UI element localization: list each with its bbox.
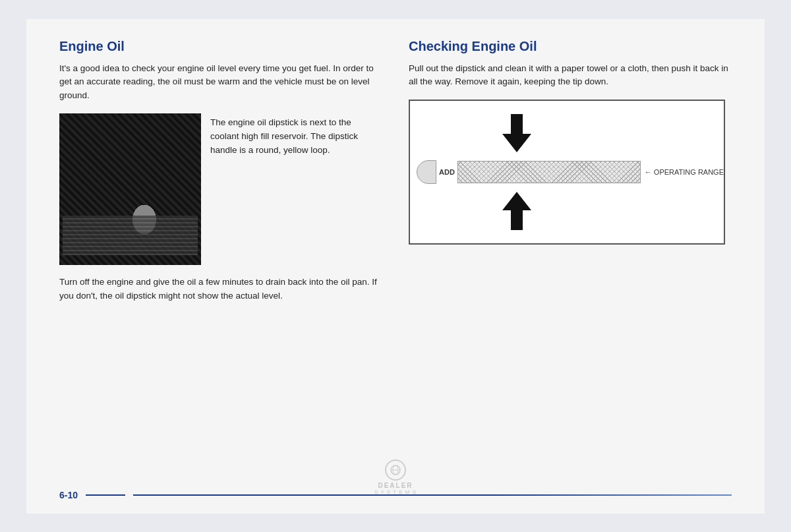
page: Engine Oil It's a good idea to check you… <box>26 19 765 514</box>
dipstick-rod-area: ADD ← OPERATING RANGE <box>410 160 724 184</box>
footer-line-left <box>86 494 125 496</box>
dipstick-caption: The engine oil dipstick is next to the c… <box>210 113 382 265</box>
watermark-circle <box>385 459 406 481</box>
content-area: Engine Oil It's a good idea to check you… <box>59 39 732 483</box>
dipstick-diagram: ADD ← OPERATING RANGE <box>409 100 725 245</box>
arrow-down <box>502 114 531 152</box>
arrow-down-shaft <box>511 114 523 134</box>
watermark-subtext: S Y S T E M S <box>374 489 417 495</box>
checking-engine-oil-title: Checking Engine Oil <box>409 39 732 54</box>
engine-oil-title: Engine Oil <box>59 39 382 54</box>
arrow-up-shaft <box>511 210 523 230</box>
dipstick-tip <box>417 160 436 184</box>
engine-oil-image <box>59 113 201 265</box>
engine-oil-intro: It's a good idea to check your engine oi… <box>59 62 382 103</box>
watermark: DEALER S Y S T E M S <box>374 459 417 495</box>
add-label: ADD <box>436 168 457 176</box>
engine-image-inner <box>59 113 201 265</box>
left-column: Engine Oil It's a good idea to check you… <box>59 39 382 483</box>
watermark-text: DEALER <box>378 482 413 489</box>
dipstick-crosshatch <box>457 161 641 183</box>
footer-line-right <box>133 494 732 496</box>
engine-oil-bottom-text: Turn off the engine and give the oil a f… <box>59 276 382 303</box>
watermark-icon <box>390 464 401 476</box>
image-caption-block: The engine oil dipstick is next to the c… <box>59 113 382 265</box>
operating-range-label: ← OPERATING RANGE <box>641 168 724 176</box>
arrow-up-head <box>502 192 531 210</box>
arrow-down-head <box>502 134 531 152</box>
right-column: Checking Engine Oil Pull out the dipstic… <box>409 39 732 483</box>
page-number: 6-10 <box>59 490 78 500</box>
arrow-up <box>502 192 531 230</box>
checking-engine-oil-text: Pull out the dipstick and clean it with … <box>409 62 732 90</box>
